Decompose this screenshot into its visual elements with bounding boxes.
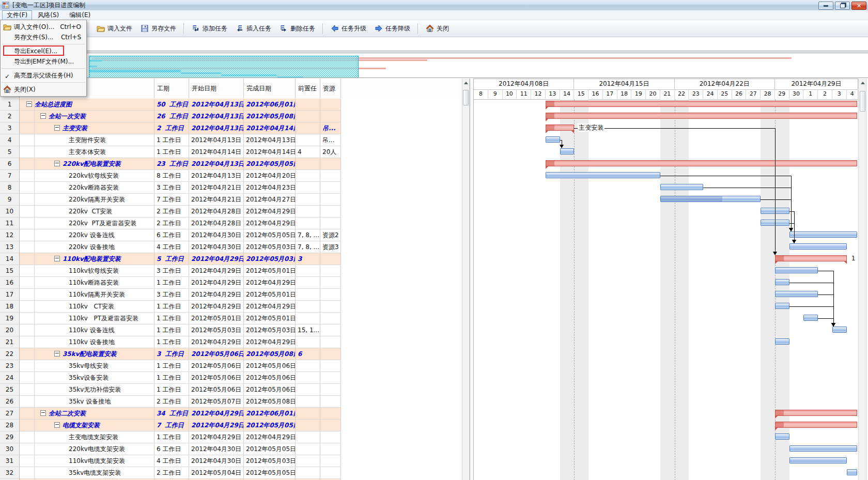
row-number: 30 — [0, 443, 20, 455]
table-row[interactable]: 7220kv软母线安装8 工作日2012年04月13日2012年04月20日 — [0, 170, 462, 182]
panel-splitter[interactable] — [470, 79, 474, 480]
table-row[interactable]: 11220kv PT及避雷器安装2 工作日2012年04月28日2012年04月… — [0, 218, 462, 229]
menu-item-9[interactable]: 关闭(X) — [1, 84, 86, 95]
table-row[interactable]: 4主变附件安装1 工作日2012年04月13日2012年04月13日吊... — [0, 134, 462, 146]
task-bar[interactable] — [546, 172, 660, 178]
task-bar[interactable] — [660, 196, 761, 202]
table-row[interactable]: 6220kv配电装置安装23 工作日2012年04月13日2012年05月05日 — [0, 158, 462, 170]
task-bar[interactable] — [789, 457, 847, 463]
toolbar-button-3[interactable]: 添加任务 — [188, 22, 231, 35]
table-row[interactable]: 13220kv 设备接地4 工作日2012年04月30日2012年05月03日7… — [0, 241, 462, 253]
task-bar[interactable] — [847, 469, 857, 475]
task-name-cell: 220kv CT安装 — [20, 206, 154, 218]
table-row[interactable]: 5主变本体安装1 工作日2012年04月14日2012年04月14日420人 — [0, 146, 462, 158]
table-row[interactable]: 30220kv电缆支架安装6 工作日2012年04月30日2012年05月05日 — [0, 443, 462, 455]
table-row[interactable]: 27全站二次安装34 工作日2012年04月29日2012年06月01日 — [0, 408, 462, 420]
table-row[interactable]: 19110kv PT及避雷器安装1 工作日2012年05月01日2012年05月… — [0, 313, 462, 324]
task-bar[interactable] — [789, 231, 857, 238]
table-row[interactable]: 2235kv配电装置安装3 工作日2012年05月06日2012年05月08日6 — [0, 348, 462, 360]
summary-bar[interactable] — [775, 422, 857, 428]
collapse-box-icon[interactable] — [26, 101, 32, 107]
table-vertical-scrollbar[interactable] — [462, 79, 470, 480]
table-row[interactable]: 2535kv无功补偿安装1 工作日2012年05月06日2012年05月06日 — [0, 384, 462, 396]
scroll-up-button[interactable] — [860, 80, 865, 86]
collapse-box-icon[interactable] — [54, 422, 60, 428]
summary-bar[interactable] — [546, 101, 857, 107]
overview-selection-region[interactable] — [89, 56, 359, 79]
summary-bar[interactable] — [775, 410, 857, 416]
menu-item-7[interactable]: ✓高亮显示父级任务(H) — [1, 70, 86, 81]
table-row[interactable]: 28电缆支架安装7 工作日2012年04月29日2012年05月05日 — [0, 420, 462, 431]
task-bar[interactable] — [803, 315, 818, 321]
toolbar-button-4[interactable]: 插入任务 — [231, 22, 275, 35]
resource-cell — [320, 443, 341, 455]
table-row[interactable]: 29主变电缆支架安装1 工作日2012年04月29日2012年04月29日 — [0, 431, 462, 443]
table-row[interactable]: 2635kv 设备接地2 工作日2012年05月07日2012年05月08日 — [0, 396, 462, 408]
task-bar[interactable] — [775, 291, 818, 297]
row-filler — [341, 265, 462, 277]
task-bar[interactable] — [789, 243, 847, 250]
resource-cell — [320, 218, 341, 229]
collapse-box-icon[interactable] — [40, 113, 46, 119]
toolbar-button-8[interactable]: 关闭 — [422, 22, 453, 35]
restore-button[interactable] — [835, 2, 850, 10]
close-button[interactable]: ✕ — [851, 2, 866, 10]
scroll-up-button[interactable] — [463, 80, 469, 86]
menu-item-1[interactable]: 调入文件(O)...Ctrl+O — [1, 22, 86, 32]
collapse-box-icon[interactable] — [54, 351, 60, 357]
task-bar[interactable] — [775, 279, 789, 285]
collapse-box-icon[interactable] — [40, 410, 46, 416]
toolbar-button-1[interactable]: 调入文件 — [92, 22, 136, 35]
scrollbar-thumb[interactable] — [463, 90, 469, 105]
table-row[interactable]: 12220kv 设备连线6 工作日2012年04月30日2012年05月05日7… — [0, 229, 462, 241]
table-row[interactable]: 2435kv设备安装1 工作日2012年05月06日2012年05月06日 — [0, 372, 462, 384]
collapse-box-icon[interactable] — [54, 125, 60, 131]
toolbar-button-7[interactable]: 任务降级 — [370, 22, 414, 35]
table-row[interactable]: 3主变安装2 工作日2012年04月13日2012年04月14日吊... — [0, 122, 462, 134]
task-bar[interactable] — [546, 136, 560, 143]
menubar-item-2[interactable]: 风络(S) — [33, 10, 64, 20]
collapse-box-icon[interactable] — [54, 161, 60, 166]
table-row[interactable]: 17110kv隔离开关安装3 工作日2012年04月29日2012年05月01日 — [0, 289, 462, 301]
table-row[interactable]: 1全站总进度图50 工作日2012年04月13日2012年06月01日 — [0, 99, 462, 111]
gantt-vertical-scrollbar[interactable] — [858, 79, 866, 480]
task-bar[interactable] — [832, 327, 847, 333]
menubar-item-3[interactable]: 编辑(E) — [65, 10, 95, 20]
summary-bar[interactable] — [546, 125, 575, 131]
menu-item-5[interactable]: 导出到EMF文件(M)... — [1, 56, 86, 67]
summary-bar[interactable] — [546, 113, 857, 119]
table-row[interactable]: 10220kv CT安装2 工作日2012年04月28日2012年04月29日 — [0, 206, 462, 218]
table-row[interactable]: 16110kv断路器安装1 工作日2012年04月29日2012年04月29日 — [0, 277, 462, 289]
table-row[interactable]: 9220kv隔离开关安装7 工作日2012年04月21日2012年04月27日 — [0, 194, 462, 206]
task-bar[interactable] — [775, 267, 818, 273]
table-row[interactable]: 14110kv配电装置安装5 工作日2012年04月29日2012年05月03日… — [0, 253, 462, 265]
table-row[interactable]: 18110kv CT安装1 工作日2012年04月29日2012年04月29日 — [0, 301, 462, 313]
task-name-cell: 110kv断路器安装 — [20, 277, 154, 289]
task-bar[interactable] — [775, 433, 789, 440]
menu-item-2[interactable]: 另存文件(S)...Ctrl+S — [1, 32, 86, 42]
menu-item-4[interactable]: 导出Excel(E)... — [1, 46, 86, 56]
table-row[interactable]: 2335kv母线安装1 工作日2012年05月06日2012年05月06日 — [0, 360, 462, 372]
minimize-button[interactable] — [818, 2, 833, 10]
table-row[interactable]: 2全站一次安装26 工作日2012年04月13日2012年05月08日 — [0, 111, 462, 122]
task-bar[interactable] — [660, 184, 703, 190]
task-bar[interactable] — [789, 445, 857, 452]
table-row[interactable]: 31110kv电缆支架安装4 工作日2012年04月30日2012年05月03日 — [0, 455, 462, 467]
task-bar[interactable] — [560, 148, 575, 154]
menubar-item-1[interactable]: 文件(F) — [2, 10, 32, 20]
toolbar-button-5[interactable]: 删除任务 — [275, 22, 319, 35]
table-row[interactable]: 15110kv软母线安装3 工作日2012年04月29日2012年05月01日 — [0, 265, 462, 277]
summary-bar[interactable] — [546, 160, 857, 166]
collapse-box-icon[interactable] — [54, 256, 60, 261]
table-row[interactable]: 8220kv断路器安装3 工作日2012年04月21日2012年04月23日 — [0, 182, 462, 194]
toolbar-button-6[interactable]: 任务升级 — [327, 22, 370, 35]
task-bar[interactable] — [775, 338, 789, 345]
scrollbar-thumb[interactable] — [860, 91, 865, 112]
table-row[interactable]: 20110kv 设备连线1 工作日2012年05月03日2012年05月03日1… — [0, 324, 462, 336]
row-filler — [341, 324, 462, 336]
summary-bar[interactable] — [775, 255, 847, 261]
task-bar[interactable] — [775, 303, 789, 309]
table-row[interactable]: 21110kv 设备接地1 工作日2012年04月29日2012年04月29日 — [0, 336, 462, 348]
table-row[interactable]: 3235kv电缆支架安装2 工作日2012年05月04日2012年05月05日 — [0, 467, 462, 479]
toolbar-button-2[interactable]: 另存文件 — [136, 22, 180, 35]
